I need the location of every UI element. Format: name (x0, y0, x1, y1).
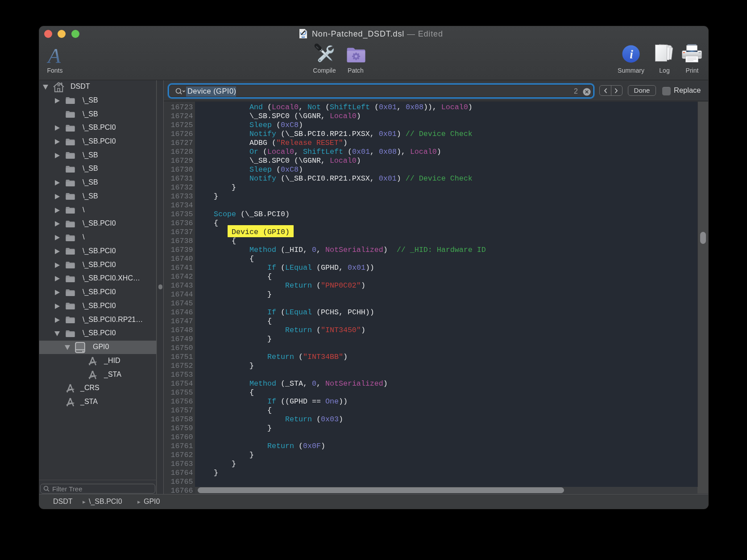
svg-text:DSL: DSL (302, 36, 305, 38)
svg-text:A: A (46, 46, 61, 67)
svg-text:i: i (630, 48, 633, 61)
